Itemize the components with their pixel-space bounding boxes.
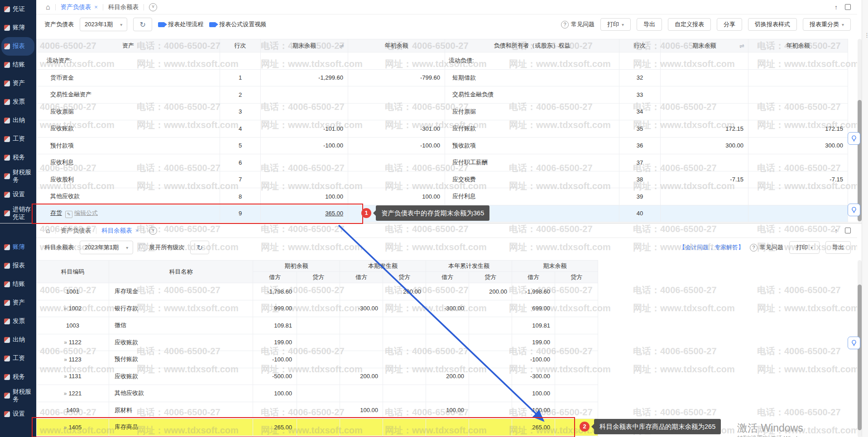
tip-lightbulb-button[interactable] <box>848 337 860 349</box>
account-row-1405[interactable]: »1405库存商品265.00265.00 <box>37 419 598 436</box>
ending-balance-cell <box>661 52 748 70</box>
sidebar-item-top_window-4[interactable]: 资产 <box>0 74 36 93</box>
beginning-balance-cell <box>348 86 445 104</box>
balance-row-4[interactable]: 应收账款4-101.00-301.00应付账款35172.15172.15 <box>37 120 848 138</box>
sidebar-item-top_window-0[interactable]: 凭证 <box>0 0 36 19</box>
scroll-top-icon[interactable]: ↑ <box>834 4 838 11</box>
sidebar-item-bottom_window-6[interactable]: 工资 <box>0 349 36 368</box>
sidebar-item-bottom_window-9[interactable]: 设置 <box>0 405 36 423</box>
share-button[interactable]: 分享 <box>717 18 742 31</box>
balance-row-3[interactable]: 应收票据3应付票据34 <box>37 103 848 120</box>
print-button[interactable]: 打印▾ <box>600 18 631 31</box>
expand-levels-checkbox[interactable] <box>139 244 146 251</box>
sidebar-item-bottom_window-0[interactable]: 账簿 <box>0 238 36 256</box>
account-code: 1002 <box>68 305 82 312</box>
balance-row-1[interactable]: 货币资金1-1,299.60-799.60短期借款32 <box>37 69 848 86</box>
sidebar-item-top_window-8[interactable]: 税务 <box>0 148 36 167</box>
more-dots-icon[interactable]: ⋮ <box>864 32 868 38</box>
export-button[interactable]: 导出 <box>825 241 851 254</box>
account-row-1403[interactable]: 1403原材料100.00100.00100.00 <box>37 402 598 419</box>
sidebar-item-top_window-1[interactable]: 账簿 <box>0 19 36 37</box>
scrollbar-thumb[interactable] <box>858 100 862 221</box>
balance-row-6[interactable]: 应收利息6应付职工薪酬37 <box>37 154 848 171</box>
sidebar-item-top_window-9[interactable]: 财税服务 <box>0 167 36 185</box>
sidebar-item-bottom_window-4[interactable]: 发票 <box>0 312 36 331</box>
account-row-1002[interactable]: »1002银行存款999.00-300.00-300.00699.00 <box>37 300 598 317</box>
expand-levels-option[interactable]: 展开所有级次 <box>139 243 184 252</box>
account-row-1221[interactable]: »1221其他应收款100.00100.00 <box>37 385 598 402</box>
sidebar-item-bottom_window-7[interactable]: 税务 <box>0 368 36 386</box>
tab-list-icon[interactable]: ˅ <box>149 3 157 11</box>
sidebar-item-top_window-6[interactable]: 出纳 <box>0 111 36 130</box>
account-name-cell: 应收账款 <box>109 368 253 385</box>
home-icon[interactable]: ⌂ <box>46 227 50 234</box>
refresh-button[interactable]: ↻ <box>133 18 152 31</box>
sidebar-item-bottom_window-8[interactable]: 财税服务 <box>0 386 36 405</box>
balance-row-7[interactable]: 应收股利7应交税费38-7.15-7.15 <box>37 171 848 188</box>
account-code: 1403 <box>66 407 79 413</box>
balance-row-8[interactable]: 其他应收款8100.00100.00应付利息39 <box>37 188 848 205</box>
faq-link[interactable]: ? 常见问题 <box>750 243 783 252</box>
balance-row-2[interactable]: 交易性金融资产2交易性金融负债33 <box>37 86 848 104</box>
tab-balance-sheet[interactable]: 资产负债表 <box>61 227 91 235</box>
expert-answer-link[interactable]: 【会计问题，专家解答】 <box>679 243 744 252</box>
fullscreen-icon[interactable] <box>845 4 851 10</box>
period-select[interactable]: 2023年1期 ▾ <box>80 18 127 31</box>
edit-formula-icon[interactable]: ✎ <box>65 211 72 218</box>
scrollbar[interactable] <box>858 39 862 222</box>
export-button[interactable]: 导出 <box>637 18 662 31</box>
sidebar-item-top_window-10[interactable]: 设置 <box>0 185 36 204</box>
sidebar-item-top_window-2[interactable]: 报表 <box>1 37 34 56</box>
close-icon[interactable]: × <box>135 227 139 234</box>
sidebar-item-bottom_window-2[interactable]: 结账 <box>0 275 36 294</box>
fullscreen-icon[interactable] <box>845 228 851 233</box>
toolbar: 资产负债表 2023年1期 ▾ ↻ 报表处理流程 报表公式设置视频 ? 常见问题… <box>36 17 857 32</box>
faq-link[interactable]: ? 常见问题 <box>561 20 595 28</box>
column-header: 行次 <box>220 39 261 52</box>
edit-formula-link[interactable]: 编辑公式 <box>74 209 98 216</box>
reclassify-button[interactable]: 报表重分类▾ <box>803 18 851 31</box>
scroll-top-icon[interactable]: ↑ <box>834 227 838 234</box>
switch-style-button[interactable]: 切换报表样式 <box>748 18 797 31</box>
sort-icon[interactable]: ⇌ <box>339 43 344 49</box>
tab-trial-balance[interactable]: 科目余额表 × <box>101 227 139 235</box>
sidebar-item-top_window-5[interactable]: 发票 <box>0 93 36 111</box>
tab-balance-sheet[interactable]: 资产负债表 × <box>61 3 98 11</box>
tab-list-icon[interactable]: ˅ <box>149 227 157 235</box>
menu-icon <box>4 337 10 343</box>
formula-video-link[interactable]: 报表公式设置视频 <box>209 20 266 28</box>
period-select[interactable]: 2023年第1期 ▾ <box>80 241 133 254</box>
custom-report-button[interactable]: 自定义报表 <box>668 18 711 31</box>
expand-row-icon[interactable]: » <box>64 339 67 346</box>
sidebar-item-bottom_window-5[interactable]: 出纳 <box>0 331 36 349</box>
account-row-1122[interactable]: »1122应收账款199.00199.00 <box>37 334 598 351</box>
sidebar-item-top_window-7[interactable]: 工资 <box>0 130 36 148</box>
sidebar-item-top_window-11[interactable]: 进销存 凭证 <box>0 204 36 223</box>
amount-cell-yr_c <box>469 300 512 317</box>
expand-row-icon[interactable]: » <box>64 424 67 431</box>
expand-row-icon[interactable]: » <box>64 356 67 363</box>
close-icon[interactable]: × <box>94 4 98 10</box>
account-row-1131[interactable]: »1131应收账款-500.00200.00200.00-300.00 <box>37 368 598 385</box>
account-row-1123[interactable]: »1123预付账款-100.00-100.00 <box>37 351 598 368</box>
expand-row-icon[interactable]: » <box>64 305 67 312</box>
tip-lightbulb-button[interactable] <box>848 204 860 216</box>
refresh-button[interactable]: ↻ <box>190 241 209 254</box>
expand-row-icon[interactable]: » <box>64 373 67 380</box>
amount-cell-ob_c <box>297 351 340 368</box>
expand-row-icon[interactable]: » <box>64 390 67 397</box>
sort-icon[interactable]: ⇌ <box>739 43 744 49</box>
sidebar-item-bottom_window-1[interactable]: 报表 <box>0 256 36 275</box>
home-icon[interactable]: ⌂ <box>46 4 50 11</box>
sidebar-item-top_window-3[interactable]: 结账 <box>0 56 36 74</box>
print-button[interactable]: 打印▾ <box>789 241 820 254</box>
tab-trial-balance[interactable]: 科目余额表 <box>108 3 139 11</box>
account-row-1001[interactable]: 1001库存现金-1,798.60200.00200.00-1,998.60 <box>37 283 598 300</box>
report-flow-link[interactable]: 报表处理流程 <box>158 20 203 28</box>
account-row-1003[interactable]: 1003微信109.81109.81 <box>37 317 598 334</box>
sidebar-item-bottom_window-3[interactable]: 资产 <box>0 294 36 312</box>
balance-row-0[interactable]: 流动资产:流动负债: <box>37 52 848 70</box>
tip-lightbulb-button[interactable] <box>848 132 860 145</box>
balance-row-5[interactable]: 预付款项5-100.00-100.00预收款项36300.00300.00 <box>37 137 848 154</box>
scrollbar-thumb[interactable] <box>858 285 862 430</box>
